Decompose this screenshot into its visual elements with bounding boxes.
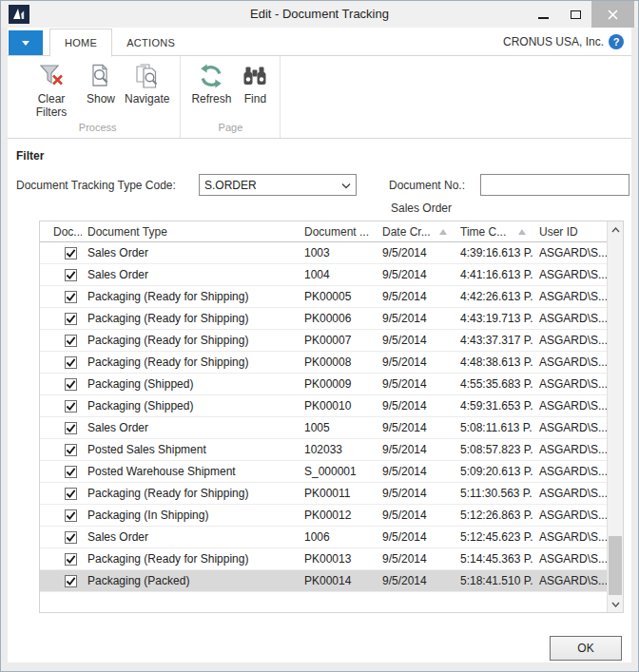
- cell-doc-checkbox: [40, 395, 82, 416]
- clear-filters-label: Clear Filters: [26, 93, 77, 120]
- table-row[interactable]: Packaging (Shipped) PK00009 9/5/2014 4:5…: [40, 374, 607, 395]
- table-row[interactable]: Packaging (Ready for Shipping) PK00013 9…: [40, 548, 607, 570]
- company-name: CRONUS USA, Inc.: [503, 35, 604, 48]
- cell-document-type: Posted Sales Shipment: [82, 439, 295, 460]
- checkmark-icon: [66, 379, 76, 390]
- ok-button[interactable]: OK: [550, 636, 622, 661]
- table-row[interactable]: Packaging (Shipped) PK00010 9/5/2014 4:5…: [40, 395, 607, 417]
- table-row[interactable]: Packaging (Ready for Shipping) PK00011 9…: [40, 483, 607, 505]
- minimize-button[interactable]: [527, 1, 559, 28]
- column-header-time-created[interactable]: Time C...: [454, 221, 532, 241]
- row-checkbox[interactable]: [65, 466, 77, 478]
- cell-date-created: 9/5/2014: [373, 548, 454, 569]
- table-row[interactable]: Sales Order 1006 9/5/2014 5:12:45.623 P.…: [40, 527, 607, 548]
- row-checkbox[interactable]: [65, 444, 77, 456]
- cell-time-created: 5:08:57.823 P...: [454, 439, 532, 460]
- cell-doc-checkbox: [40, 483, 82, 504]
- cell-document-no: 1003: [295, 242, 373, 263]
- table-row[interactable]: Sales Order 1005 9/5/2014 5:08:11.613 P.…: [40, 417, 607, 439]
- table-row[interactable]: Sales Order 1003 9/5/2014 4:39:16.613 P.…: [40, 242, 607, 264]
- find-button[interactable]: Find: [236, 61, 274, 107]
- cell-date-created: 9/5/2014: [373, 374, 454, 394]
- cell-time-created: 5:14:45.363 P...: [454, 548, 532, 569]
- cell-date-created: 9/5/2014: [373, 308, 454, 329]
- clear-filters-button[interactable]: Clear Filters: [21, 61, 82, 121]
- column-header-document-no[interactable]: Document ...: [295, 221, 373, 241]
- cell-time-created: 5:12:45.623 P...: [454, 527, 532, 547]
- document-tracking-type-combobox[interactable]: S.ORDER: [199, 174, 357, 196]
- cell-date-created: 9/5/2014: [373, 395, 454, 416]
- table-row[interactable]: Posted Sales Shipment 102033 9/5/2014 5:…: [40, 439, 607, 461]
- help-icon[interactable]: ?: [609, 34, 624, 49]
- scroll-up-button[interactable]: [608, 221, 623, 238]
- row-checkbox[interactable]: [65, 291, 77, 303]
- cell-doc-checkbox: [40, 374, 82, 394]
- scroll-down-button[interactable]: [608, 596, 623, 612]
- table-row[interactable]: Sales Order 1004 9/5/2014 4:41:16.613 P.…: [40, 264, 607, 286]
- navigate-button[interactable]: Navigate: [120, 61, 174, 107]
- close-button[interactable]: [591, 1, 634, 28]
- row-checkbox[interactable]: [65, 269, 77, 281]
- cell-document-no: PK00012: [295, 505, 373, 526]
- table-row[interactable]: Packaging (In Shipping) PK00012 9/5/2014…: [40, 505, 607, 527]
- cell-doc-checkbox: [40, 330, 82, 351]
- cell-time-created: 5:18:41.510 P...: [454, 570, 532, 591]
- table-row[interactable]: Packaging (Ready for Shipping) PK00005 9…: [40, 286, 607, 308]
- cell-user-id: ASGARD\S...: [532, 395, 607, 416]
- cell-document-no: PK00006: [295, 308, 373, 329]
- cell-time-created: 5:11:30.563 P...: [454, 483, 532, 504]
- tab-home[interactable]: HOME: [49, 29, 112, 57]
- row-checkbox[interactable]: [65, 488, 77, 500]
- cell-user-id: ASGARD\S...: [532, 264, 607, 285]
- cell-doc-checkbox: [40, 548, 82, 569]
- table-row[interactable]: Packaging (Ready for Shipping) PK00008 9…: [40, 352, 607, 374]
- row-checkbox[interactable]: [65, 422, 77, 434]
- cell-time-created: 4:43:37.317 P...: [454, 330, 532, 351]
- maximize-button[interactable]: [559, 1, 591, 28]
- cell-date-created: 9/5/2014: [373, 330, 454, 351]
- row-checkbox[interactable]: [65, 247, 77, 259]
- ribbon-group-process: Clear Filters Show Navigate: [15, 56, 181, 138]
- row-checkbox[interactable]: [65, 400, 77, 413]
- document-no-input[interactable]: [480, 174, 629, 196]
- cell-date-created: 9/5/2014: [373, 352, 454, 373]
- maximize-icon: [571, 10, 581, 19]
- scrollbar-thumb[interactable]: [609, 536, 622, 595]
- tab-actions[interactable]: ACTIONS: [112, 29, 189, 56]
- row-checkbox[interactable]: [65, 553, 77, 566]
- row-checkbox[interactable]: [65, 509, 77, 522]
- ribbon-group-page: Refresh Find Page: [181, 56, 281, 138]
- type-code-description: Sales Order: [391, 202, 452, 215]
- application-menu-button[interactable]: [9, 30, 43, 55]
- column-header-date-label: Date Cr...: [382, 225, 431, 239]
- scrollbar-track[interactable]: [608, 238, 623, 596]
- column-header-document-type[interactable]: Document Type: [82, 221, 295, 241]
- table-row[interactable]: Packaging (Ready for Shipping) PK00007 9…: [40, 330, 607, 352]
- cell-doc-checkbox: [40, 461, 82, 482]
- cell-user-id: ASGARD\S...: [532, 483, 607, 504]
- column-header-doc[interactable]: Doc...: [40, 221, 82, 241]
- cell-user-id: ASGARD\S...: [532, 352, 607, 373]
- cell-document-type: Packaging (Shipped): [82, 395, 295, 416]
- cell-time-created: 4:43:19.713 P...: [454, 308, 532, 329]
- column-header-date-created[interactable]: Date Cr...: [373, 221, 454, 241]
- row-checkbox[interactable]: [65, 378, 77, 391]
- row-checkbox[interactable]: [65, 531, 77, 544]
- checkmark-icon: [66, 467, 76, 477]
- row-checkbox[interactable]: [65, 313, 77, 325]
- table-row[interactable]: Posted Warehouse Shipment S_000001 9/5/2…: [40, 461, 607, 483]
- cell-document-type: Sales Order: [82, 417, 295, 438]
- show-button[interactable]: Show: [82, 61, 120, 107]
- refresh-button[interactable]: Refresh: [186, 61, 236, 107]
- table-row[interactable]: Packaging (Packed) PK00014 9/5/2014 5:18…: [40, 570, 607, 592]
- cell-document-no: PK00008: [295, 352, 373, 373]
- column-header-user-id[interactable]: User ID: [532, 221, 607, 241]
- row-checkbox[interactable]: [65, 356, 77, 369]
- row-checkbox[interactable]: [65, 575, 77, 587]
- vertical-scrollbar[interactable]: [607, 221, 623, 612]
- filter-section: Filter Document Tracking Type Code: S.OR…: [8, 139, 631, 221]
- group-label-process: Process: [21, 121, 174, 138]
- cell-time-created: 4:59:31.653 P...: [454, 395, 532, 416]
- table-row[interactable]: Packaging (Ready for Shipping) PK00006 9…: [40, 308, 607, 330]
- row-checkbox[interactable]: [65, 335, 77, 347]
